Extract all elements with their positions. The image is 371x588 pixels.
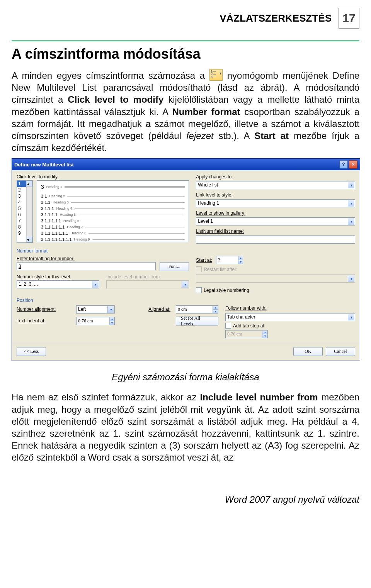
chevron-down-icon: ▾ — [107, 306, 114, 313]
chevron-down-icon: ▾ — [348, 182, 354, 188]
help-icon[interactable]: ? — [339, 160, 348, 169]
cancel-button[interactable]: Cancel — [326, 347, 355, 356]
chevron-down-icon: ▾ — [348, 314, 354, 320]
aligned-at-input[interactable] — [176, 306, 213, 313]
apply-changes-select[interactable]: Whole list▾ — [196, 181, 355, 189]
chevron-down-icon: ▾ — [348, 275, 354, 282]
legal-style-checkbox[interactable]: Legal style numbering — [196, 287, 355, 293]
text-indent-label: Text indent at: — [17, 318, 71, 324]
spin-up-icon[interactable]: ▴ — [238, 256, 243, 260]
include-level-label: Include level number from: — [106, 274, 189, 280]
main-heading: A címszintforma módosítása — [12, 46, 359, 62]
aligned-at-spinner[interactable]: ▴▾ — [176, 305, 218, 313]
number-style-label: Number style for this level: — [17, 274, 99, 280]
number-alignment-select[interactable]: Left▾ — [76, 305, 115, 313]
startat-spinner[interactable]: ▴▾ — [216, 256, 243, 264]
level-show-label: Level to show in gallery: — [196, 210, 355, 216]
figure-caption: Egyéni számozási forma kialakítása — [12, 372, 359, 383]
paragraph-2: Ha nem az első szintet formázzuk, akkor … — [12, 391, 359, 463]
add-tab-checkbox[interactable]: Add tab stop at: — [225, 323, 355, 329]
level-preview[interactable]: 3Heading 1 3.1Heading 2 3.1.1Heading 3 3… — [37, 180, 189, 242]
restart-select: ▾ — [196, 275, 355, 283]
level-show-select[interactable]: Level 1▾ — [196, 217, 355, 225]
startat-label: Start at: — [196, 258, 212, 263]
spin-up-icon[interactable]: ▴ — [213, 306, 218, 310]
spin-up-icon[interactable]: ▴ — [110, 317, 114, 321]
less-button[interactable]: << Less — [17, 347, 46, 356]
listnum-label: ListNum field list name: — [196, 229, 355, 234]
number-alignment-label: Number alignment: — [17, 307, 71, 312]
page-number: 17 — [339, 8, 359, 29]
number-style-select[interactable]: 1, 2, 3, ...▾ — [17, 280, 99, 288]
dialog-titlebar[interactable]: Define new Multilevel list ? × — [12, 159, 360, 170]
enter-formatting-label: Enter formatting for number: — [17, 256, 189, 261]
click-level-label: Click level to modify: — [17, 174, 189, 180]
chevron-down-icon: ▾ — [348, 218, 354, 225]
link-level-label: Link level to style: — [196, 192, 355, 198]
include-level-select: ▾ — [106, 280, 189, 288]
font-button[interactable]: Font... — [160, 262, 189, 271]
scroll-down-icon[interactable]: ▾ — [27, 237, 32, 242]
scroll-up-icon[interactable]: ▴ — [27, 181, 32, 186]
dialog-title: Define new Multilevel list — [14, 162, 74, 168]
enter-formatting-field[interactable] — [17, 262, 156, 270]
chevron-down-icon: ▾ — [92, 281, 99, 288]
footer-text: Word 2007 angol nyelvű változat — [12, 494, 359, 505]
define-multilevel-dialog: Define new Multilevel list ? × Click lev… — [12, 158, 360, 361]
add-tab-input — [226, 330, 262, 338]
paragraph-1: A minden egyes címszintforma számozása a… — [12, 69, 359, 154]
listnum-field[interactable] — [196, 236, 355, 244]
aligned-at-label: Aligned at: — [120, 307, 170, 312]
number-format-section: Number format — [17, 248, 355, 254]
level-listbox[interactable]: 1 2 3 4 5 6 7 8 9 ▴ — [17, 180, 33, 243]
startat-input[interactable] — [216, 256, 238, 264]
text-indent-input[interactable] — [77, 317, 109, 325]
add-tab-spinner: ▴▾ — [225, 330, 268, 338]
close-icon[interactable]: × — [349, 160, 357, 169]
set-all-levels-button[interactable]: Set for All Levels... — [176, 317, 218, 325]
spin-down-icon[interactable]: ▾ — [213, 310, 218, 313]
follow-number-label: Follow number with: — [225, 305, 355, 311]
ok-button[interactable]: OK — [293, 347, 323, 356]
header-title: VÁZLATSZERKESZTÉS — [220, 12, 332, 24]
chevron-down-icon: ▾ — [348, 200, 354, 207]
spin-down-icon: ▾ — [262, 334, 267, 338]
multilevel-list-icon — [209, 69, 223, 81]
apply-changes-label: Apply changes to: — [196, 174, 355, 180]
spin-down-icon[interactable]: ▾ — [110, 321, 114, 325]
text-indent-spinner[interactable]: ▴▾ — [76, 317, 115, 325]
header-rule — [12, 40, 359, 41]
restart-checkbox: Restart list after: — [196, 266, 355, 272]
chevron-down-icon: ▾ — [182, 281, 188, 288]
follow-number-select[interactable]: Tab character▾ — [225, 313, 355, 321]
spin-up-icon: ▴ — [262, 330, 267, 334]
link-level-select[interactable]: Heading 1▾ — [196, 199, 355, 207]
spin-down-icon[interactable]: ▾ — [238, 260, 243, 264]
listbox-scrollbar[interactable]: ▴ ▾ — [26, 181, 32, 242]
position-section: Position — [17, 298, 355, 303]
